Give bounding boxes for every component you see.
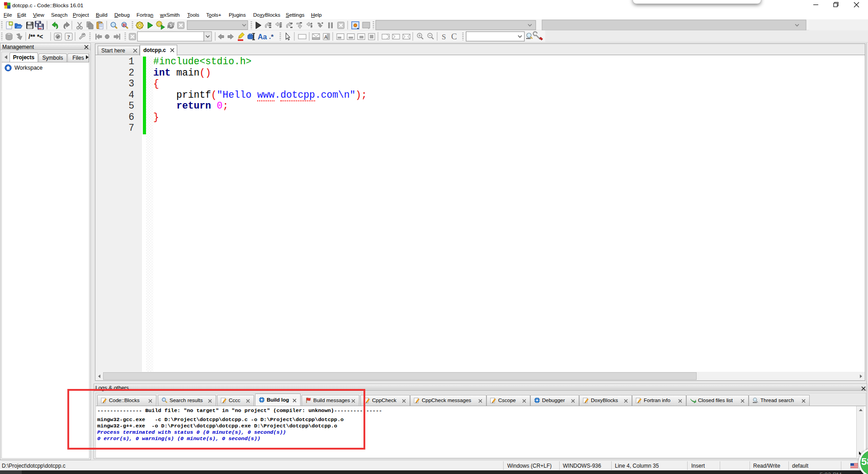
svg-text:S: S [442,33,446,41]
svg-text:C: C [451,32,457,41]
svg-text:?: ? [67,33,71,40]
svg-text:R: R [123,22,127,28]
svg-text:/** *<: /** *< [28,33,43,40]
svg-text:Aa: Aa [258,33,267,41]
svg-text:A: A [324,34,328,40]
svg-text:.*: .* [269,33,274,40]
